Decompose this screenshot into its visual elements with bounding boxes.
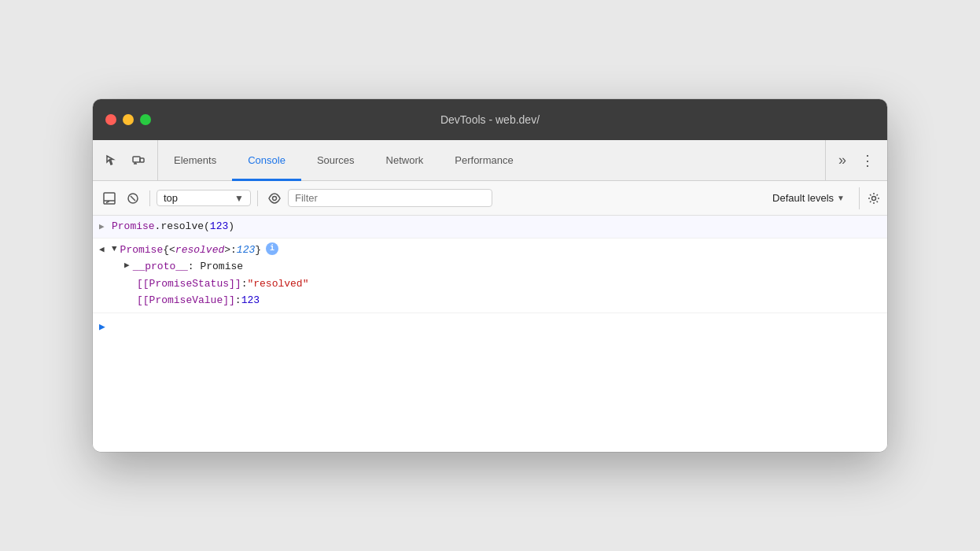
tabbar-icons [93,140,158,180]
filter-input[interactable] [288,189,492,207]
tab-elements[interactable]: Elements [158,141,232,181]
log-levels-button[interactable]: Default levels ▼ [764,190,853,205]
clear-console-button[interactable] [123,188,143,209]
levels-label: Default levels [772,192,834,204]
promise-header-row: ▼ Promise {<resolved>: 123} i [112,242,881,259]
tabbar-right: » ⋮ [825,140,887,180]
svg-rect-0 [133,157,140,162]
promise-value-row: [[PromiseValue]] : 123 [124,292,881,309]
window-title: DevTools - web.dev/ [440,113,540,126]
promise-status-colon: : [241,276,248,292]
promise-value-num: 123 [241,293,260,309]
promise-expand-inner[interactable]: ▼ [112,242,117,256]
tabbar: Elements Console Sources Network Perform… [93,140,887,181]
tabs: Elements Console Sources Network Perform… [158,140,825,180]
inspect-element-button[interactable] [101,150,123,172]
svg-rect-1 [140,158,144,162]
resolve-arg: 123 [210,220,228,232]
close-button[interactable] [105,114,116,125]
input-expand-arrow[interactable]: ▶ [99,219,109,234]
svg-point-10 [871,196,875,200]
promise-status-value: "resolved" [247,276,308,292]
more-tabs-button[interactable]: » [834,149,851,172]
proto-key: __proto__ [133,259,188,275]
toolbar-divider-1 [149,190,150,206]
promise-value-colon: : [235,293,241,309]
output-collapse-arrow[interactable]: ◀ [99,242,109,257]
tab-sources[interactable]: Sources [301,141,370,181]
devtools-window: DevTools - web.dev/ Elements [93,99,887,452]
tab-network[interactable]: Network [370,141,440,181]
svg-line-6 [106,201,109,202]
proto-colon-value: : Promise [188,259,243,275]
maximize-button[interactable] [140,114,151,125]
promise-status-key: [[PromiseStatus]] [137,276,241,292]
promise-brace-open: {<resolved>: [163,242,237,258]
info-badge[interactable]: i [266,242,278,255]
console-input-content: Promise.resolve(123) [112,219,881,235]
promise-keyword: Promise [112,220,155,232]
console-input-row: ▶ Promise.resolve(123) [93,216,887,239]
dot-resolve: .resolve( [155,220,210,232]
svg-rect-4 [104,193,115,204]
proto-expand-arrow[interactable]: ▶ [124,259,130,272]
minimize-button[interactable] [123,114,134,125]
console-settings-button[interactable] [859,187,881,209]
svg-line-8 [131,196,135,201]
console-prompt-row[interactable]: ▶ [93,313,887,340]
tab-console[interactable]: Console [232,141,301,181]
promise-label: Promise [120,242,164,258]
context-selector[interactable]: top ▼ [157,190,251,206]
devtools-menu-button[interactable]: ⋮ [856,149,879,172]
close-paren: ) [228,220,234,232]
context-value: top [164,192,178,204]
show-drawer-button[interactable] [99,188,120,209]
console-output: ▶ Promise.resolve(123) ◀ ▼ Promise {<res… [93,216,887,452]
titlebar: DevTools - web.dev/ [93,99,887,140]
proto-row: ▶ __proto__ : Promise [124,258,881,276]
svg-point-9 [273,196,277,200]
promise-status-row: [[PromiseStatus]] : "resolved" [124,276,881,293]
live-expressions-button[interactable] [264,188,285,209]
promise-value-key: [[PromiseValue]] [137,293,235,309]
levels-arrow-icon: ▼ [837,194,845,202]
prompt-arrow: ▶ [99,318,109,335]
console-toolbar: top ▼ Default levels ▼ [93,181,887,216]
traffic-lights [105,114,151,125]
device-toolbar-button[interactable] [127,150,149,172]
toolbar-divider-2 [257,190,258,206]
tab-performance[interactable]: Performance [439,141,529,181]
context-arrow: ▼ [234,193,244,204]
promise-value-header: 123 [237,242,255,258]
promise-brace-close: } [255,242,261,258]
promise-output: ▼ Promise {<resolved>: 123} i ▶ __proto_… [112,242,881,309]
console-output-row: ◀ ▼ Promise {<resolved>: 123} i ▶ __prot… [93,239,887,313]
